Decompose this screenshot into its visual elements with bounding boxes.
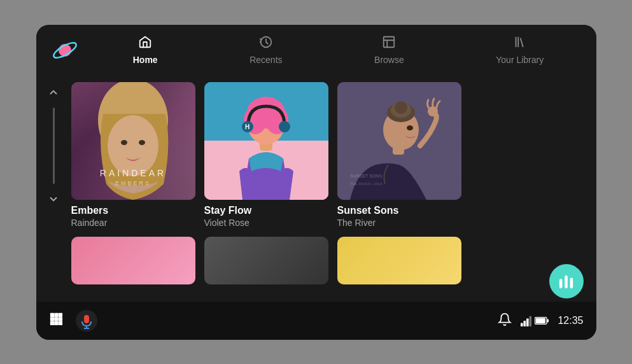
card-stayflow[interactable]: H Stay Flow Violet Rose <box>204 82 328 228</box>
home-icon <box>138 35 152 52</box>
bottom-bar: 12:35 <box>36 302 596 340</box>
signal-battery-area <box>521 315 549 326</box>
svg-rect-39 <box>50 313 53 317</box>
nav-item-library[interactable]: Your Library <box>483 30 556 70</box>
svg-text:RAINDEAR: RAINDEAR <box>99 168 165 178</box>
card-title-stayflow: Stay Flow <box>204 205 328 216</box>
partial-cards-row <box>71 237 590 288</box>
nav-items: Home Recents <box>87 30 590 70</box>
main-content: RAINDEAR EMBERS Embers Raindear <box>36 76 596 302</box>
svg-text:SUNSET SONS: SUNSET SONS <box>350 174 382 178</box>
svg-rect-54 <box>526 318 529 326</box>
svg-point-31 <box>395 101 407 114</box>
app-window: Home Recents <box>36 25 596 340</box>
svg-rect-58 <box>536 318 545 323</box>
svg-rect-52 <box>521 323 523 326</box>
svg-rect-37 <box>565 275 568 288</box>
svg-rect-47 <box>58 321 62 325</box>
main-cards-row: RAINDEAR EMBERS Embers Raindear <box>71 82 590 232</box>
svg-rect-38 <box>570 277 573 288</box>
svg-rect-36 <box>559 279 562 288</box>
card-image-partial-1 <box>71 237 195 284</box>
card-title-sunsetsons: Sunset Sons <box>337 205 461 216</box>
card-image-raindear: RAINDEAR EMBERS <box>71 82 195 200</box>
svg-rect-41 <box>58 313 62 317</box>
apps-grid-button[interactable] <box>49 312 63 329</box>
svg-rect-45 <box>50 321 53 325</box>
nav-label-recents: Recents <box>249 55 282 65</box>
nav-label-home: Home <box>133 55 158 65</box>
svg-text:H: H <box>245 123 249 130</box>
svg-text:EMBERS: EMBERS <box>115 180 150 186</box>
scroll-down-button[interactable] <box>43 189 64 209</box>
now-playing-fab[interactable] <box>549 264 584 298</box>
system-time: 12:35 <box>558 315 583 326</box>
equalizer-icon <box>558 273 575 290</box>
logo-area <box>43 37 87 64</box>
card-image-partial-3 <box>337 237 461 284</box>
bottom-left-controls <box>49 310 97 332</box>
svg-rect-42 <box>50 317 53 321</box>
card-image-partial-2 <box>204 237 328 284</box>
battery-icon <box>535 317 549 325</box>
card-image-stayflow: H <box>204 82 328 200</box>
svg-rect-49 <box>84 315 89 323</box>
svg-rect-3 <box>384 37 395 48</box>
svg-text:THE RIVER • 2016: THE RIVER • 2016 <box>350 182 383 186</box>
svg-point-12 <box>139 140 145 145</box>
scroll-up-button[interactable] <box>43 82 64 102</box>
card-sunsetsons[interactable]: SUNSET SONS THE RIVER • 2016 Sunset Sons… <box>337 82 461 228</box>
nav-label-browse: Browse <box>374 55 404 65</box>
scroll-bar <box>53 108 55 184</box>
svg-point-32 <box>407 125 413 130</box>
card-subtitle-sunsetsons: The River <box>337 218 461 228</box>
svg-rect-55 <box>530 316 532 326</box>
browse-icon <box>382 35 396 52</box>
svg-line-8 <box>521 39 523 47</box>
bottom-right-status: 12:35 <box>498 312 583 329</box>
top-navigation: Home Recents <box>36 25 596 76</box>
card-partial-1[interactable] <box>71 237 195 284</box>
svg-point-10 <box>108 115 158 176</box>
recents-icon <box>259 35 273 52</box>
card-partial-3[interactable] <box>337 237 461 284</box>
svg-point-11 <box>121 140 127 145</box>
nav-label-library: Your Library <box>496 55 544 65</box>
card-subtitle-raindear: Raindear <box>71 218 195 228</box>
cards-area: RAINDEAR EMBERS Embers Raindear <box>71 76 596 302</box>
nav-item-home[interactable]: Home <box>120 30 171 70</box>
card-title-raindear: Embers <box>71 205 195 216</box>
svg-rect-40 <box>54 313 58 317</box>
card-subtitle-stayflow: Violet Rose <box>204 218 328 228</box>
card-image-sunsetsons: SUNSET SONS THE RIVER • 2016 <box>337 82 461 200</box>
svg-rect-53 <box>524 321 526 326</box>
signal-icon <box>521 315 532 326</box>
svg-rect-43 <box>54 317 58 321</box>
svg-point-23 <box>279 121 290 132</box>
microphone-button[interactable] <box>76 310 97 332</box>
left-sidebar <box>36 76 71 302</box>
nav-item-recents[interactable]: Recents <box>237 30 295 70</box>
svg-rect-46 <box>54 321 58 325</box>
svg-rect-57 <box>547 319 549 322</box>
library-icon <box>513 35 527 52</box>
svg-rect-44 <box>58 317 62 321</box>
notifications-button[interactable] <box>498 312 512 329</box>
app-logo-icon <box>52 37 78 64</box>
card-partial-2[interactable] <box>204 237 328 284</box>
nav-item-browse[interactable]: Browse <box>362 30 417 70</box>
card-raindear[interactable]: RAINDEAR EMBERS Embers Raindear <box>71 82 195 228</box>
